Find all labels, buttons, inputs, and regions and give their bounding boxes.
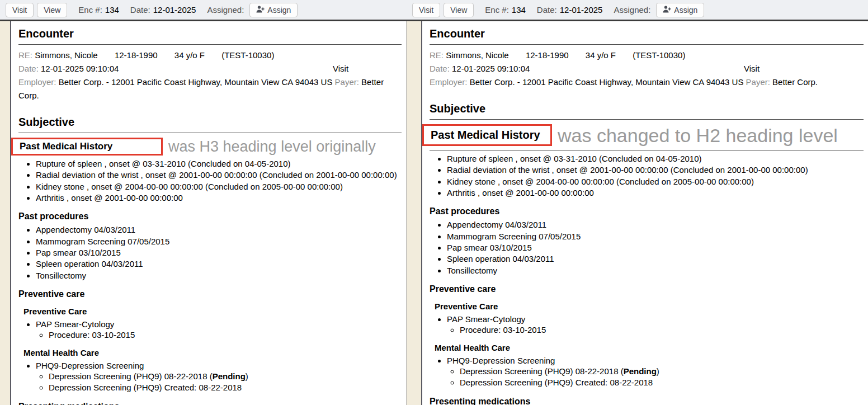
patient-dob: 12-18-1990	[526, 50, 569, 60]
list-item: Spleen operation 04/03/2011	[36, 258, 402, 269]
list-item: Mammogram Screening 07/05/2015	[36, 236, 402, 247]
date-value: 12-01-2025	[153, 5, 196, 15]
list-item: Pap smear 03/10/2015	[447, 242, 864, 253]
page-background: Encounter RE: Simmons, Nicole 12-18-1990…	[0, 21, 407, 405]
list-item: Depression Screening (PHQ9) 08-22-2018 (…	[49, 371, 402, 382]
preventive-care-heading: Preventive care	[430, 284, 864, 294]
pending-suffix: )	[246, 371, 248, 381]
enc-number-value: 134	[512, 5, 526, 15]
pending-status: Pending	[624, 366, 657, 376]
list-item: Radial deviation of the wrist , onset @ …	[447, 164, 864, 175]
pmh-annotation: was H3 heading level originally	[168, 139, 376, 154]
pending-status: Pending	[213, 371, 246, 381]
encounter-date-value: 12-01-2025 09:10:04	[41, 64, 119, 73]
pending-prefix: Depression Screening (PHQ9) 08-22-2018 (	[460, 366, 624, 376]
list-item: Rupture of spleen , onset @ 03-31-2010 (…	[36, 158, 402, 169]
pending-suffix: )	[657, 366, 659, 376]
re-label: RE:	[430, 50, 444, 60]
list-item: Arthritis , onset @ 2001-00-00 00:00:00	[447, 187, 864, 198]
list-item: Tonsillectomy	[447, 265, 864, 276]
patient-age-sex: 34 y/o F	[174, 50, 205, 60]
after-panel: Visit View Enc #: 134 Date: 12-01-2025 A…	[407, 0, 868, 405]
person-add-icon	[663, 6, 671, 15]
pmh-h2-underline	[430, 150, 864, 150]
preventive-care-group: Preventive Care PAP Smear-Cytology Proce…	[18, 307, 402, 341]
date-label: Date:	[537, 5, 557, 15]
date-value: 12-01-2025	[560, 5, 603, 15]
preventive-care-heading: Preventive care	[18, 289, 402, 299]
assign-button[interactable]: Assign	[249, 3, 298, 17]
sub-list: Procedure: 03-10-2015	[36, 329, 402, 340]
visit-button[interactable]: Visit	[6, 3, 34, 17]
list-item-text: PAP Smear-Cytology	[36, 319, 114, 329]
past-procedures-heading: Past procedures	[430, 206, 864, 216]
encounter-report: Encounter RE: Simmons, Nicole 12-18-1990…	[421, 21, 868, 405]
patient-id: (TEST-10030)	[633, 50, 685, 60]
pmh-heading-highlight-box: Past Medical History	[11, 138, 163, 156]
list-item: Depression Screening (PHQ9) Created: 08-…	[49, 382, 402, 393]
past-procedures-list: Appendectomy 04/03/2011 Mammogram Screen…	[18, 224, 402, 281]
assign-button[interactable]: Assign	[656, 3, 704, 17]
preventive-care-list: PAP Smear-Cytology Procedure: 03-10-2015	[430, 314, 864, 336]
patient-info: RE: Simmons, Nicole 12-18-1990 34 y/o F …	[430, 49, 864, 89]
encounter-date-value: 12-01-2025 09:10:04	[452, 64, 530, 73]
view-button[interactable]: View	[37, 3, 67, 17]
employer-value: Better Corp. - 12001 Pacific Coast Highw…	[59, 77, 333, 87]
list-item-text: PHQ9-Depression Screening	[36, 361, 144, 370]
patient-id: (TEST-10030)	[221, 50, 274, 60]
employer-label: Employer:	[430, 77, 468, 87]
employer-value: Better Corp. - 12001 Pacific Coast Highw…	[470, 77, 744, 87]
pmh-annotation: was changed to H2 heading level	[558, 126, 838, 145]
list-item-text: PHQ9-Depression Screening	[447, 356, 555, 365]
medications-heading: Presenting medications	[430, 397, 864, 405]
payer-value: Better Corp.	[772, 77, 818, 87]
assign-button-label: Assign	[267, 6, 291, 15]
view-button[interactable]: View	[444, 3, 474, 17]
patient-dob: 12-18-1990	[115, 50, 158, 60]
payer-label: Payer:	[746, 77, 770, 87]
list-item: Pap smear 03/10/2015	[36, 247, 402, 258]
encounter-heading: Encounter	[430, 27, 864, 45]
before-panel: Visit View Enc #: 134 Date: 12-01-2025 A…	[0, 0, 407, 405]
list-item: Appendectomy 04/03/2011	[36, 224, 402, 235]
date-line: Date: 12-01-2025 09:10:04 Visit	[18, 62, 402, 76]
visit-button[interactable]: Visit	[412, 3, 440, 17]
past-procedures-heading: Past procedures	[18, 211, 402, 222]
visit-category-label: Visit	[744, 62, 760, 76]
list-item: PHQ9-Depression Screening Depression Scr…	[447, 355, 864, 388]
sub-list: Procedure: 03-10-2015	[447, 324, 864, 335]
medications-heading: Presenting medications	[18, 402, 402, 405]
date-label: Date:	[130, 5, 150, 15]
mental-health-group: Mental Health Care PHQ9-Depression Scree…	[430, 343, 864, 388]
re-label: RE:	[18, 50, 32, 60]
mental-health-subheading: Mental Health Care	[435, 343, 864, 352]
mental-health-list: PHQ9-Depression Screening Depression Scr…	[18, 360, 402, 393]
person-add-icon	[256, 6, 265, 15]
list-item: Procedure: 03-10-2015	[49, 329, 402, 340]
encounter-toolbar: Visit View Enc #: 134 Date: 12-01-2025 A…	[0, 0, 407, 21]
employer-label: Employer:	[18, 77, 56, 87]
list-item: PAP Smear-Cytology Procedure: 03-10-2015	[447, 314, 864, 336]
list-item: Tonsillectomy	[36, 270, 402, 281]
enc-number-label: Enc #:	[485, 5, 509, 15]
assign-button-label: Assign	[674, 6, 697, 15]
sub-list: Depression Screening (PHQ9) 08-22-2018 (…	[447, 366, 864, 388]
list-item: Appendectomy 04/03/2011	[447, 219, 864, 230]
subjective-heading: Subjective	[430, 102, 864, 120]
date-line: Date: 12-01-2025 09:10:04 Visit	[430, 62, 864, 76]
list-item: Procedure: 03-10-2015	[460, 324, 864, 335]
encounter-toolbar: Visit View Enc #: 134 Date: 12-01-2025 A…	[407, 0, 868, 21]
preventive-care-subheading: Preventive Care	[435, 302, 864, 311]
patient-name: Simmons, Nicole	[35, 50, 98, 60]
list-item: Depression Screening (PHQ9) 08-22-2018 (…	[460, 366, 864, 376]
patient-line: RE: Simmons, Nicole 12-18-1990 34 y/o F …	[18, 49, 402, 62]
list-item: Radial deviation of the wrist , onset @ …	[36, 169, 402, 180]
sub-list: Depression Screening (PHQ9) 08-22-2018 (…	[36, 371, 402, 393]
list-item: Depression Screening (PHQ9) Created: 08-…	[460, 377, 864, 388]
encounter-heading: Encounter	[18, 27, 402, 45]
pending-prefix: Depression Screening (PHQ9) 08-22-2018 (	[49, 371, 213, 381]
pmh-heading-row: Past Medical History was changed to H2 h…	[422, 124, 864, 146]
list-item-text: PAP Smear-Cytology	[447, 314, 525, 324]
preventive-care-list: PAP Smear-Cytology Procedure: 03-10-2015	[18, 319, 402, 341]
visit-category-label: Visit	[333, 62, 348, 76]
